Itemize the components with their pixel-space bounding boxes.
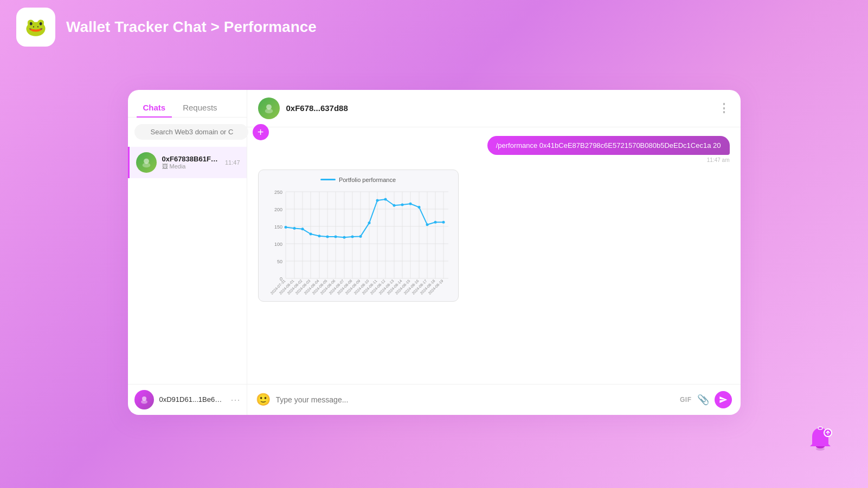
sidebar-bottom-avatar: [134, 390, 154, 409]
chat-sub: 🖼 Media: [162, 163, 220, 170]
legend-line: [320, 179, 336, 180]
chart-legend: Portfolio performance: [266, 177, 451, 183]
svg-point-54: [417, 206, 420, 209]
svg-point-3: [141, 400, 147, 404]
svg-point-5: [265, 108, 273, 113]
app-logo: 🐸: [16, 8, 55, 47]
svg-point-46: [351, 235, 353, 238]
send-button[interactable]: [715, 391, 732, 408]
sidebar-bottom-dots[interactable]: ⋯: [230, 394, 240, 406]
header-title: Wallet Tracker Chat > Performance: [66, 18, 317, 36]
tab-requests[interactable]: Requests: [176, 99, 223, 118]
media-icon: 🖼: [162, 163, 168, 170]
svg-point-48: [368, 222, 370, 224]
emoji-button[interactable]: 🙂: [256, 393, 271, 407]
svg-point-51: [393, 204, 395, 206]
search-row: 🔍 +: [128, 118, 247, 147]
sidebar-bottom: 0xD91D61...1Be6a5A6 ⋯: [128, 384, 247, 415]
svg-text:100: 100: [274, 242, 282, 247]
input-actions: GIF 📎: [680, 391, 732, 408]
svg-point-52: [401, 203, 403, 206]
tabs-row: Chats Requests: [128, 90, 247, 118]
notification-bell[interactable]: [805, 425, 835, 456]
sidebar-bottom-name: 0xD91D61...1Be6a5A6: [159, 395, 225, 404]
chat-list: 0xF67838B61Fd40eb7... 🖼 Media 11:47: [128, 147, 247, 384]
svg-text:50: 50: [277, 259, 282, 264]
svg-point-55: [426, 223, 428, 226]
portfolio-chart: 250 200 150 100 50 0: [266, 186, 451, 295]
search-input[interactable]: [134, 124, 248, 140]
add-button[interactable]: +: [253, 124, 269, 140]
svg-point-49: [376, 199, 378, 201]
svg-point-40: [301, 227, 304, 230]
svg-point-50: [384, 198, 387, 200]
sent-time: 11:47 am: [707, 157, 730, 163]
svg-point-43: [326, 235, 329, 238]
svg-text:250: 250: [274, 190, 282, 195]
top-header: 🐸 Wallet Tracker Chat > Performance: [0, 0, 868, 54]
chat-header-dots[interactable]: ⋮: [718, 101, 730, 115]
svg-point-44: [334, 235, 337, 238]
svg-point-39: [293, 227, 295, 230]
chat-input-bar: 🙂 GIF 📎: [247, 384, 741, 415]
chat-item[interactable]: 0xF67838B61Fd40eb7... 🖼 Media 11:47: [128, 147, 247, 178]
chat-item-avatar: [136, 152, 157, 173]
chat-header: 0xF678...637d88 ⋮: [247, 90, 741, 127]
attach-button[interactable]: 📎: [697, 394, 709, 406]
svg-point-42: [318, 235, 320, 237]
svg-point-1: [142, 162, 150, 167]
svg-point-38: [284, 226, 287, 229]
search-wrap: 🔍: [134, 124, 248, 140]
sent-bubble: /performance 0x41bCeE87B2798c6E5721570B0…: [487, 136, 730, 155]
svg-point-57: [442, 220, 445, 223]
svg-rect-79: [818, 427, 822, 430]
svg-point-41: [309, 232, 312, 235]
chat-header-avatar: [258, 97, 280, 119]
chart-container: Portfolio performance: [258, 170, 459, 302]
logo-emoji: 🐸: [25, 17, 47, 37]
svg-text:150: 150: [274, 224, 282, 230]
messages-area: /performance 0x41bCeE87B2798c6E5721570B0…: [247, 127, 741, 384]
chart-message: Portfolio performance: [258, 170, 730, 302]
svg-point-45: [343, 236, 345, 238]
sidebar: Chats Requests 🔍 + 0xF67838B61Fd40eb7...…: [128, 90, 247, 415]
main-card: Chats Requests 🔍 + 0xF67838B61Fd40eb7...…: [128, 90, 741, 415]
chat-name: 0xF67838B61Fd40eb7...: [162, 155, 220, 163]
gif-button[interactable]: GIF: [680, 396, 692, 404]
sent-message: /performance 0x41bCeE87B2798c6E5721570B0…: [258, 136, 730, 163]
chat-info: 0xF67838B61Fd40eb7... 🖼 Media: [162, 155, 220, 170]
chat-time: 11:47: [225, 159, 240, 166]
svg-point-53: [409, 202, 412, 205]
message-input[interactable]: [276, 395, 675, 404]
chat-area: 0xF678...637d88 ⋮ /performance 0x41bCeE8…: [247, 90, 741, 415]
legend-label: Portfolio performance: [339, 177, 396, 183]
svg-point-47: [359, 235, 362, 237]
svg-point-56: [434, 220, 436, 223]
tab-chats[interactable]: Chats: [137, 99, 172, 118]
chat-header-name: 0xF678...637d88: [286, 103, 711, 113]
svg-text:200: 200: [274, 207, 282, 212]
